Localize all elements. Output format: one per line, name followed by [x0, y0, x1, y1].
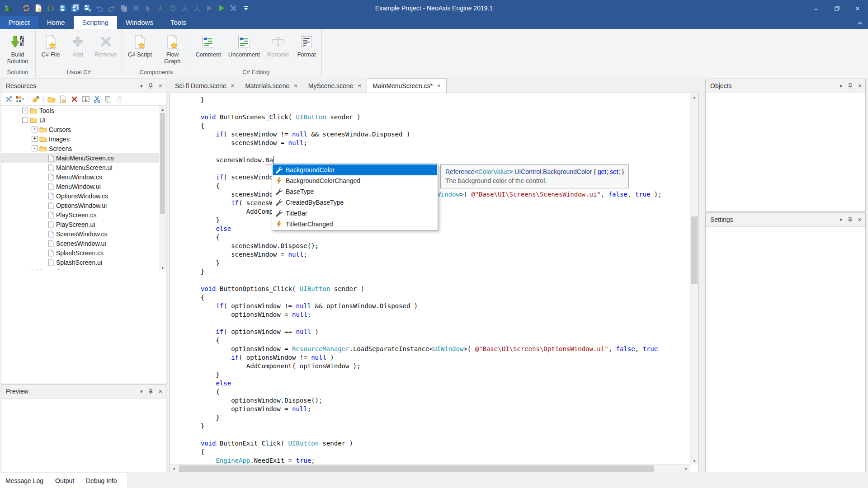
new-resource-icon[interactable] — [33, 2, 44, 14]
edit-icon[interactable] — [31, 94, 41, 104]
tree-item-mainmenuscreen-cs[interactable]: MainMenuScreen.cs — [1, 153, 166, 163]
completion-item-backgroundcolor[interactable]: BackgroundColor — [273, 164, 437, 175]
tree-expander-icon[interactable]: + — [32, 127, 38, 132]
chevron-down-icon[interactable]: ▾ — [840, 84, 842, 89]
completion-item-titlebar[interactable]: TitleBar — [273, 208, 437, 219]
tree-expander-icon[interactable]: - — [22, 117, 28, 123]
save-icon[interactable] — [57, 2, 68, 14]
tree-expander-icon[interactable]: + — [22, 108, 28, 113]
bottom-tab-debug-info[interactable]: Debug Info — [86, 477, 117, 484]
scroll-up-icon[interactable]: ▴ — [159, 106, 166, 113]
pin-icon[interactable] — [848, 217, 853, 223]
delete-icon[interactable] — [130, 2, 142, 14]
completion-item-createdbybasetype[interactable]: CreatedByBaseType — [273, 197, 437, 208]
build-solution-button[interactable]: 011001Build Solution — [1, 32, 34, 66]
csharp-script-button[interactable]: C# Script — [123, 32, 156, 59]
collapse-ribbon-icon[interactable] — [856, 20, 863, 26]
delete-icon[interactable] — [69, 94, 79, 104]
ribbon-tab-windows[interactable]: Windows — [117, 16, 162, 29]
new-file-icon[interactable] — [58, 94, 68, 104]
pin-icon[interactable] — [148, 83, 153, 89]
editor-horizontal-scrollbar[interactable]: ◂ ▸ — [170, 464, 690, 473]
paste-icon[interactable] — [114, 94, 124, 104]
minimize-button[interactable]: – — [806, 0, 826, 16]
pin-icon[interactable] — [848, 83, 853, 89]
chevron-down-icon[interactable]: ▾ — [140, 84, 143, 89]
restore-button[interactable] — [826, 0, 847, 16]
play-icon[interactable] — [216, 2, 227, 14]
csharp-file-button[interactable]: C# File — [37, 32, 64, 59]
code-text[interactable]: } void ButtonScenes_Click( UIButton send… — [170, 93, 690, 465]
transform-tool-icon[interactable] — [191, 2, 203, 14]
tree-item-optionswindow-cs[interactable]: OptionsWindow.cs — [1, 191, 166, 201]
ribbon-tab-scripting[interactable]: Scripting — [74, 16, 117, 29]
format-button[interactable]: Format — [293, 32, 320, 59]
select-object-icon[interactable] — [142, 2, 154, 14]
completion-item-backgroundcolorchanged[interactable]: BackgroundColorChanged — [273, 175, 437, 186]
tree-item-menuwindow-ui[interactable]: MenuWindow.ui — [1, 182, 166, 191]
scale-tool-icon[interactable] — [179, 2, 190, 14]
tree-item-playscreen-ui[interactable]: PlayScreen.ui — [1, 220, 166, 229]
tree-item-images[interactable]: +Images — [1, 134, 166, 144]
code-editor[interactable]: } void ButtonScenes_Click( UIButton send… — [170, 93, 699, 473]
cut-icon[interactable] — [92, 94, 102, 104]
tree-item-cursors[interactable]: +Cursors — [1, 125, 166, 134]
close-icon[interactable]: × — [858, 217, 862, 222]
scroll-down-icon[interactable]: ▾ — [690, 457, 698, 465]
chevron-down-icon[interactable]: ▾ — [140, 389, 143, 394]
bottom-tab-message-log[interactable]: Message Log — [5, 477, 43, 484]
close-button[interactable]: × — [847, 0, 868, 16]
tree-item-sceneswindow-cs[interactable]: ScenesWindow.cs — [1, 229, 166, 239]
close-icon[interactable]: × — [159, 389, 162, 394]
rotate-tool-icon[interactable] — [167, 2, 178, 14]
resources-settings-icon[interactable] — [4, 94, 14, 104]
bottom-tab-output[interactable]: Output — [55, 477, 74, 484]
scrollbar-thumb[interactable] — [160, 113, 165, 214]
uncomment-button[interactable]: Uncomment — [225, 32, 264, 59]
ribbon-tab-tools[interactable]: Tools — [162, 16, 195, 29]
close-icon[interactable]: × — [437, 82, 441, 89]
duplicate-icon[interactable] — [118, 2, 129, 14]
build-tools-icon[interactable] — [228, 2, 239, 14]
import-icon[interactable] — [45, 2, 56, 14]
scroll-up-icon[interactable]: ▴ — [690, 93, 698, 101]
document-tab-myscene-scene[interactable]: MyScene.scene× — [303, 79, 367, 93]
tree-item-playscreen-cs[interactable]: PlayScreen.cs — [1, 210, 166, 220]
redo-icon[interactable] — [106, 2, 117, 14]
tree-item-tools[interactable]: +Tools — [1, 106, 166, 115]
tree-expander-icon[interactable]: - — [32, 145, 38, 151]
document-tab-mainmenuscreen-cs-[interactable]: MainMenuScreen.cs*× — [367, 78, 447, 93]
scrollbar-thumb[interactable] — [179, 465, 654, 472]
scroll-left-icon[interactable]: ◂ — [170, 465, 178, 473]
refresh-icon[interactable] — [20, 2, 32, 14]
new-folder-icon[interactable] — [47, 94, 57, 104]
close-icon[interactable]: × — [858, 84, 862, 89]
save-all-icon[interactable] — [69, 2, 80, 14]
close-icon[interactable]: × — [159, 84, 162, 89]
move-tool-icon[interactable] — [155, 2, 166, 14]
document-tab-sci-fi-demo-scene[interactable]: Sci-fi Demo.scene× — [170, 79, 240, 93]
copy-icon[interactable] — [103, 94, 113, 104]
undo-icon[interactable] — [94, 2, 105, 14]
scroll-right-icon[interactable]: ▸ — [683, 465, 690, 473]
flow-graph-button[interactable]: Flow Graph — [156, 32, 189, 66]
ribbon-tab-project[interactable]: Project — [0, 16, 38, 29]
tree-expander-icon[interactable]: + — [32, 136, 38, 142]
completion-item-basetype[interactable]: BaseType — [273, 186, 437, 197]
editor-vertical-scrollbar[interactable]: ▴ ▾ — [690, 93, 698, 465]
chevron-down-icon[interactable]: ▾ — [840, 217, 842, 222]
simulate-icon[interactable] — [203, 2, 215, 14]
close-icon[interactable]: × — [231, 82, 235, 89]
comment-button[interactable]: Comment — [192, 32, 224, 59]
tree-item-sceneswindow-ui[interactable]: ScenesWindow.ui — [1, 239, 166, 248]
tree-item-mainmenuscreen-ui[interactable]: MainMenuScreen.ui — [1, 163, 166, 172]
completion-item-titlebarchanged[interactable]: TitleBarChanged — [273, 219, 437, 230]
tree-item-splashscreen-ui[interactable]: SplashScreen.ui — [1, 258, 166, 267]
scrollbar-thumb[interactable] — [691, 216, 698, 284]
ribbon-tab-home[interactable]: Home — [38, 16, 74, 29]
display-options-icon[interactable] — [15, 94, 25, 104]
close-icon[interactable]: × — [294, 82, 297, 89]
tree-item-optionswindow-ui[interactable]: OptionsWindow.ui — [1, 201, 166, 210]
close-icon[interactable]: × — [358, 82, 361, 89]
toolbar-options-icon[interactable] — [240, 2, 251, 14]
